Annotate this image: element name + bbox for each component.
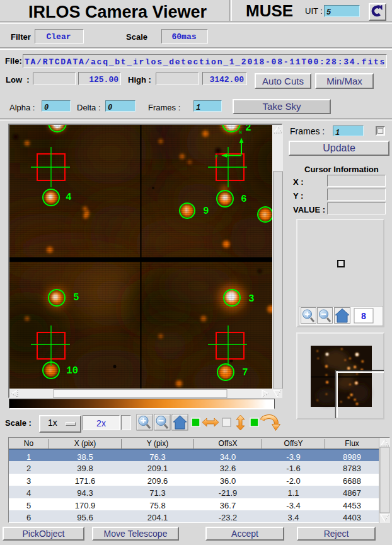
- svg-text:N: N: [239, 129, 242, 135]
- svg-text:4: 4: [66, 192, 72, 203]
- svg-text:6: 6: [241, 194, 247, 205]
- svg-text:8: 8: [361, 312, 366, 322]
- svg-text:7: 7: [242, 367, 248, 378]
- svg-text:9: 9: [203, 206, 209, 217]
- svg-text:10: 10: [66, 365, 78, 377]
- svg-text:3: 3: [248, 293, 255, 305]
- svg-text:2: 2: [245, 125, 251, 134]
- svg-text:E: E: [215, 154, 218, 160]
- svg-text:5: 5: [73, 292, 79, 303]
